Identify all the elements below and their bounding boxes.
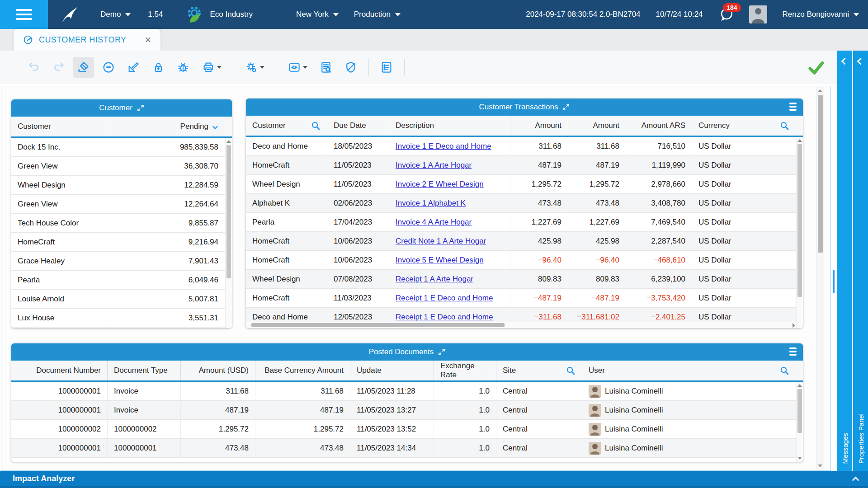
table-row[interactable]: HomeCraft10/06/2023Credit Note 1 A Arte … bbox=[246, 232, 803, 251]
scroll-right-arrow[interactable] bbox=[793, 323, 795, 328]
confirm-button[interactable] bbox=[807, 57, 827, 78]
table-row[interactable]: Deco and Home12/05/2023Receipt 1 E Deco … bbox=[246, 308, 803, 322]
table-row[interactable]: Pearla17/04/2023Invoice 4 A Arte Hogar1,… bbox=[246, 213, 803, 232]
table-row[interactable]: Dock 15 Inc.985,839.58 bbox=[11, 138, 232, 157]
main-menu-button[interactable] bbox=[0, 0, 48, 29]
preview-button[interactable] bbox=[283, 57, 311, 78]
undo-button[interactable] bbox=[24, 57, 44, 78]
table-row[interactable]: Tech House Color9,855.87 bbox=[11, 214, 232, 233]
record-log-button[interactable] bbox=[376, 57, 397, 78]
table-row[interactable]: Green View36,308.70 bbox=[11, 157, 232, 176]
print-button[interactable] bbox=[198, 57, 226, 78]
column-header-currency[interactable]: Currency bbox=[692, 116, 796, 136]
table-row[interactable]: Wheel Design11/05/2023Invoice 2 E Wheel … bbox=[246, 175, 803, 194]
scroll-up-arrow[interactable] bbox=[797, 139, 802, 142]
lock-button[interactable] bbox=[148, 57, 169, 78]
column-header-amount_usd[interactable]: Amount (USD) bbox=[181, 361, 255, 380]
column-header-amount2[interactable]: Amount bbox=[568, 116, 626, 136]
page-vertical-scrollbar[interactable] bbox=[816, 87, 824, 469]
data-menu-icon[interactable] bbox=[789, 347, 797, 356]
table-row[interactable]: Wheel Design12,284.59 bbox=[11, 176, 232, 195]
environment-dropdown[interactable]: Production bbox=[354, 10, 401, 19]
search-icon[interactable] bbox=[311, 121, 321, 131]
scroll-thumb[interactable] bbox=[818, 95, 823, 253]
properties-panel-toggle[interactable]: Properties Panel bbox=[853, 51, 868, 471]
search-icon[interactable] bbox=[779, 366, 789, 375]
table-row[interactable]: 1000000001Invoice487.19487.1911/05/2023 … bbox=[11, 401, 803, 420]
vertical-scrollbar[interactable] bbox=[225, 138, 232, 328]
scroll-thumb[interactable] bbox=[251, 323, 505, 327]
column-header-amount[interactable]: Amount bbox=[510, 116, 568, 136]
description-link[interactable]: Invoice 1 E Deco and Home bbox=[396, 142, 491, 151]
impact-analyzer-bar[interactable]: Impact Analyzer bbox=[0, 471, 868, 488]
table-row[interactable]: Lux House3,551.31 bbox=[11, 309, 232, 328]
scroll-down-arrow[interactable] bbox=[818, 465, 822, 467]
chevron-up-icon[interactable] bbox=[852, 477, 859, 484]
table-row[interactable]: 1000000001Invoice311.68311.6811/05/2023 … bbox=[11, 382, 803, 401]
description-link[interactable]: Receipt 1 E Deco and Home bbox=[396, 294, 493, 303]
column-header-amount_ars[interactable]: Amount ARS bbox=[626, 116, 692, 136]
expand-icon[interactable] bbox=[137, 104, 144, 112]
debug-button[interactable] bbox=[173, 57, 193, 78]
table-row[interactable]: HomeCraft11/03/2023Receipt 1 E Deco and … bbox=[246, 289, 803, 308]
document-report-button[interactable] bbox=[316, 57, 336, 78]
scroll-up-arrow[interactable] bbox=[818, 89, 822, 92]
column-header-due_date[interactable]: Due Date bbox=[327, 116, 389, 136]
column-header-description[interactable]: Description bbox=[389, 116, 510, 136]
scroll-up-arrow[interactable] bbox=[797, 384, 802, 387]
scroll-thumb[interactable] bbox=[797, 144, 802, 297]
scroll-thumb[interactable] bbox=[797, 389, 802, 433]
description-link[interactable]: Invoice 1 Alphabet K bbox=[396, 199, 466, 208]
tab-customer-history[interactable]: CUSTOMER HISTORY ✕ bbox=[14, 29, 160, 51]
scroll-up-arrow[interactable] bbox=[226, 140, 231, 143]
table-row[interactable]: 10000000011000000001473.48473.4811/05/20… bbox=[11, 439, 803, 458]
transactions-panel-header[interactable]: Customer Transactions bbox=[246, 99, 803, 116]
vertical-scrollbar[interactable] bbox=[796, 137, 803, 328]
description-link[interactable]: Receipt 1 A Arte Hogar bbox=[396, 275, 473, 284]
description-link[interactable]: Receipt 1 E Deco and Home bbox=[396, 313, 493, 322]
table-row[interactable]: Alphabet K02/06/2023Invoice 1 Alphabet K… bbox=[246, 194, 803, 213]
table-row[interactable]: Grace Healey7,901.43 bbox=[11, 252, 232, 271]
description-link[interactable]: Invoice 1 A Arte Hogar bbox=[396, 161, 472, 170]
settings-button[interactable] bbox=[241, 57, 269, 78]
search-icon[interactable] bbox=[566, 366, 576, 375]
expand-icon[interactable] bbox=[562, 103, 570, 111]
search-icon[interactable] bbox=[779, 121, 789, 131]
column-header-site[interactable]: Site bbox=[496, 361, 582, 380]
column-header-customer[interactable]: Customer bbox=[246, 116, 327, 136]
table-row[interactable]: Green View12,264.64 bbox=[11, 195, 232, 214]
sort-descending-icon[interactable] bbox=[212, 125, 218, 131]
description-link[interactable]: Invoice 4 A Arte Hogar bbox=[396, 218, 472, 227]
user-menu[interactable]: Renzo Bongiovanni bbox=[783, 10, 859, 19]
table-row[interactable]: HomeCraft10/06/2023Invoice 5 E Wheel Des… bbox=[246, 251, 803, 270]
column-header-pending[interactable]: Pending bbox=[107, 117, 225, 136]
column-header-doc_type[interactable]: Document Type bbox=[108, 361, 181, 380]
description-link[interactable]: Credit Note 1 A Arte Hogar bbox=[396, 237, 486, 246]
design-mode-button[interactable] bbox=[123, 57, 144, 78]
table-row[interactable]: 100000000210000000021,295.721,295.7211/0… bbox=[11, 420, 803, 439]
erase-record-button[interactable] bbox=[73, 57, 94, 78]
expand-icon[interactable] bbox=[438, 348, 445, 356]
table-row[interactable]: HomeCraft11/05/2023Invoice 1 A Arte Hoga… bbox=[246, 156, 803, 175]
table-row[interactable]: Wheel Design07/08/2023Receipt 1 A Arte H… bbox=[246, 270, 803, 289]
horizontal-scrollbar[interactable] bbox=[246, 322, 796, 328]
messages-panel-toggle[interactable]: Messages bbox=[837, 51, 852, 471]
vertical-scrollbar[interactable] bbox=[796, 382, 803, 462]
notifications-button[interactable]: 184 bbox=[718, 7, 734, 22]
panel-resize-handle[interactable] bbox=[833, 270, 835, 293]
tab-close-button[interactable]: ✕ bbox=[144, 35, 151, 45]
column-header-doc_number[interactable]: Document Number bbox=[11, 361, 108, 380]
column-header-update[interactable]: Update bbox=[350, 361, 434, 380]
table-row[interactable]: Louise Arnold5,007.81 bbox=[11, 290, 232, 309]
remove-record-button[interactable] bbox=[98, 57, 119, 78]
scroll-thumb[interactable] bbox=[226, 145, 231, 278]
table-row[interactable]: Deco and Home18/05/2023Invoice 1 E Deco … bbox=[246, 137, 803, 156]
description-link[interactable]: Invoice 5 E Wheel Design bbox=[396, 256, 484, 265]
column-header-user[interactable]: User bbox=[582, 361, 796, 380]
scroll-down-arrow[interactable] bbox=[797, 457, 802, 460]
customer-panel-header[interactable]: Customer bbox=[11, 99, 232, 117]
redo-button[interactable] bbox=[48, 57, 69, 78]
posted-panel-header[interactable]: Posted Documents bbox=[11, 343, 803, 361]
workspace-dropdown[interactable]: Demo bbox=[100, 10, 131, 19]
data-menu-icon[interactable] bbox=[789, 103, 797, 111]
